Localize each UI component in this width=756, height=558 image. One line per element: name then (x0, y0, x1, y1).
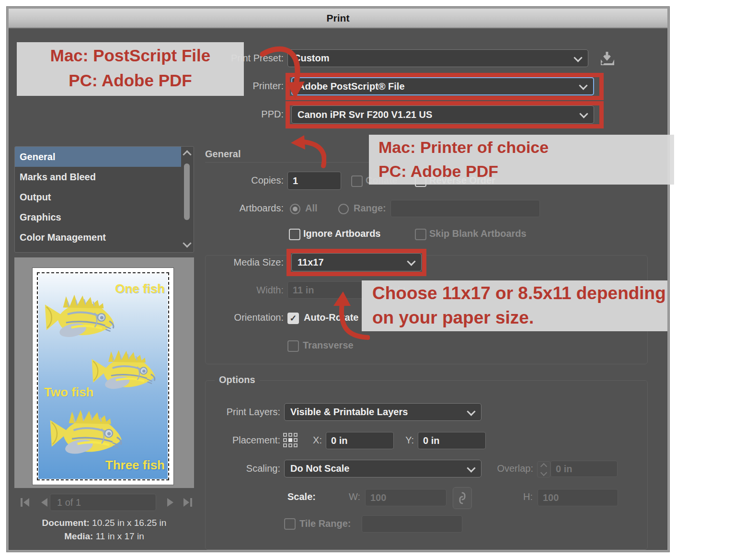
annotation-printer-choice-mac: Mac: PostScript File PC: Adobe PDF (17, 42, 244, 96)
artwork-label: One fish (115, 281, 165, 296)
annotation-line: PC: Adobe PDF (378, 160, 674, 183)
annotation-ppd-choice: Mac: Printer of choice PC: Adobe PDF (369, 135, 674, 185)
scale-label: Scale: (287, 488, 316, 506)
scaling-dropdown[interactable]: Do Not Scale (284, 460, 481, 477)
annotation-arrow-to-media-size (327, 291, 370, 342)
media-size-value: 11x17 (298, 257, 324, 268)
scale-link-button (453, 487, 472, 509)
media-size-info: Media: 11 in x 17 in (14, 531, 194, 542)
copies-input[interactable]: 1 (287, 172, 341, 190)
chevron-down-icon (573, 53, 582, 62)
media-size-info-value: 11 in x 17 in (96, 531, 144, 541)
next-page-button (165, 497, 176, 508)
settings-pages-list: General Marks and Bleed Output Graphics … (14, 146, 194, 253)
scaling-value: Do Not Scale (290, 463, 349, 474)
sidebar-item-graphics[interactable]: Graphics (15, 207, 181, 227)
chevron-down-icon (407, 257, 415, 266)
ignore-artboards-label: Ignore Artboards (303, 225, 381, 243)
skip-blank-artboards-label: Skip Blank Artboards (429, 225, 527, 243)
orientation-label: Orientation: (201, 309, 284, 326)
artwork-label: Two fish (44, 385, 94, 400)
sidebar-item-marks-and-bleed[interactable]: Marks and Bleed (15, 167, 181, 187)
annotation-line: PC: Adobe PDF (17, 69, 244, 93)
artwork-label: Three fish (105, 458, 165, 473)
artboards-range-label: Range: (354, 199, 386, 217)
placement-y-input[interactable]: 0 in (418, 432, 486, 449)
ppd-value: Canon iPR Svr F200 V1.21 US (298, 109, 432, 120)
print-layers-label: Print Layers: (198, 403, 280, 421)
preview-page-sheet: One fish Two fish Three fish (33, 268, 173, 485)
stepper-down-icon (540, 469, 547, 476)
ppd-dropdown[interactable]: Canon iPR Svr F200 V1.21 US (291, 105, 594, 124)
previous-page-button (38, 497, 50, 508)
chevron-down-icon (467, 407, 475, 416)
printer-dropdown[interactable]: Adobe PostScript® File (291, 77, 594, 95)
sidebar-item-general[interactable]: General (15, 147, 181, 167)
tile-range-label: Tile Range: (299, 515, 351, 533)
placement-y-label: Y: (401, 431, 414, 449)
artboards-range-input (390, 200, 540, 217)
annotation-line: on your paper size. (372, 306, 756, 329)
auto-rotate-checkbox[interactable]: ✓ (287, 313, 299, 324)
artwork-preview: One fish Two fish Three fish (38, 274, 168, 479)
save-preset-icon[interactable] (599, 51, 615, 66)
artboards-label: Artboards: (201, 199, 284, 217)
tile-range-checkbox (284, 518, 296, 530)
scrollbar-thumb[interactable] (184, 163, 190, 220)
transverse-checkbox (287, 340, 299, 352)
document-size-label: Document: (42, 518, 90, 528)
print-preset-dropdown[interactable]: Custom (287, 49, 588, 67)
copies-label: Copies: (201, 172, 284, 189)
placement-x-input[interactable]: 0 in (326, 432, 394, 449)
stepper-up-icon (540, 463, 547, 469)
print-preview-panel: One fish Two fish Three fish (14, 257, 194, 488)
link-icon (458, 491, 467, 505)
overlap-input: 0 in (550, 461, 618, 477)
scale-h-label: H: (517, 488, 533, 506)
tile-range-input (362, 515, 462, 533)
artboards-all-radio (290, 204, 300, 214)
print-dialog: Print Print Preset: Custom Printer: Adob… (7, 7, 669, 552)
scale-w-label: W: (344, 488, 360, 506)
fish-illustration (41, 291, 120, 344)
dialog-titlebar: Print (9, 9, 667, 28)
scroll-down-icon[interactable] (183, 239, 191, 247)
media-size-label: Media Size: (201, 254, 284, 271)
collate-checkbox (351, 175, 363, 187)
width-label: Width: (201, 281, 284, 299)
media-size-info-label: Media: (64, 531, 93, 541)
overlap-stepper (537, 461, 550, 477)
last-page-button (182, 497, 194, 508)
annotation-line: Mac: PostScript File (17, 42, 244, 69)
annotation-line: Mac: Printer of choice (378, 135, 674, 160)
ignore-artboards-checkbox[interactable] (289, 229, 300, 240)
print-layers-dropdown[interactable]: Visible & Printable Layers (284, 403, 481, 421)
options-section-title: Options (215, 374, 260, 385)
skip-blank-artboards-checkbox (415, 229, 426, 240)
scale-h-input: 100 (538, 489, 618, 506)
sidebar-item-output[interactable]: Output (15, 187, 181, 207)
chevron-down-icon (579, 109, 588, 118)
printer-value: Adobe PostScript® File (298, 81, 405, 92)
scroll-up-icon[interactable] (183, 150, 191, 159)
screenshot-root: Print Print Preset: Custom Printer: Adob… (0, 0, 756, 558)
annotation-line: Choose 11x17 or 8.5x11 depending (372, 280, 756, 306)
page-number-field: 1 of 1 (50, 494, 156, 511)
scale-w-input: 100 (365, 489, 447, 506)
annotation-media-size-text: Choose 11x17 or 8.5x11 depending on your… (362, 280, 756, 331)
annotation-arrow-to-printer (258, 42, 310, 105)
chevron-down-icon (579, 81, 587, 90)
document-size-value: 10.25 in x 16.25 in (92, 518, 166, 528)
document-size-info: Document: 10.25 in x 16.25 in (14, 518, 194, 528)
annotation-arrow-to-ppd (288, 134, 326, 169)
fish-illustration (88, 347, 161, 395)
placement-proxy-icon[interactable] (283, 433, 299, 449)
sidebar-item-color-management[interactable]: Color Management (15, 227, 181, 247)
overlap-label: Overlap: (481, 460, 533, 477)
ppd-label: PPD: (201, 105, 284, 123)
fish-illustration (46, 406, 128, 461)
list-scrollbar[interactable] (181, 148, 193, 251)
media-size-dropdown[interactable]: 11x17 (291, 253, 422, 271)
scaling-label: Scaling: (198, 460, 280, 477)
placement-x-label: X: (309, 431, 322, 449)
